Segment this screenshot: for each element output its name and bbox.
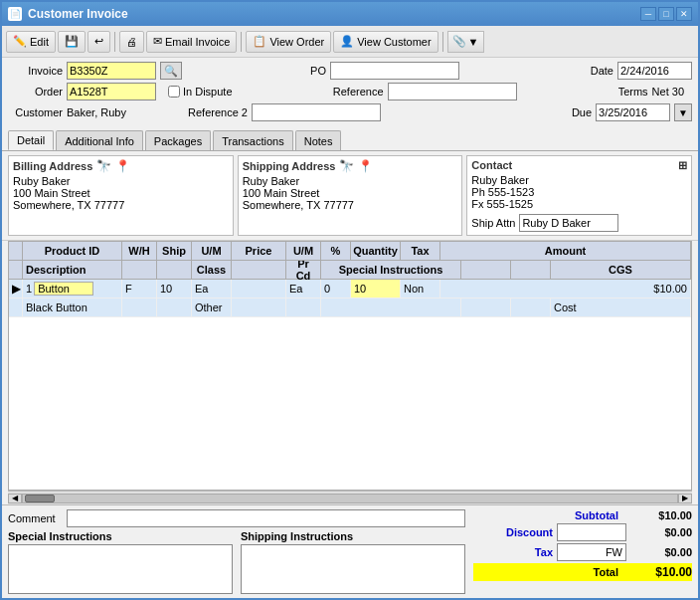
reference-input[interactable] <box>388 83 517 100</box>
row2-arrow <box>9 299 23 316</box>
table-row[interactable]: ▶ 1 Button F 10 Ea Ea 0 10 Non $10.00 <box>9 280 691 299</box>
toolbar-separator3 <box>442 32 443 52</box>
print-icon: 🖨 <box>126 36 137 48</box>
row-wh: F <box>122 280 157 298</box>
ship-attn-input[interactable] <box>519 214 618 232</box>
tab-transactions[interactable]: Transactions <box>213 130 293 150</box>
invoice-input[interactable] <box>67 62 156 80</box>
undo-icon: ↩ <box>94 35 103 48</box>
view-customer-icon: 👤 <box>340 35 354 48</box>
contact-fax: Fx 555-1525 <box>471 198 687 210</box>
tax-code-input[interactable] <box>557 543 626 561</box>
shipping-address-box: Shipping Address 🔭 📍 Ruby Baker 100 Main… <box>238 155 463 236</box>
contact-name: Ruby Baker <box>471 174 687 186</box>
invoice-grid: Product ID W/H Ship U/M Price U/M % Quan… <box>8 241 692 491</box>
bottom-right: Subtotal $10.00 Discount $0.00 Tax $0.00… <box>473 509 692 594</box>
row-num-product: 1 Button <box>23 280 122 298</box>
tab-packages[interactable]: Packages <box>145 130 211 150</box>
special-instructions-label: Special Instructions <box>8 530 233 542</box>
discount-input[interactable] <box>557 523 626 541</box>
subtotal-label: Subtotal <box>539 509 618 521</box>
special-instructions-textarea[interactable] <box>8 544 233 594</box>
row-um1: Ea <box>192 280 232 298</box>
gh2-empty5 <box>511 261 551 279</box>
view-order-button[interactable]: 📋 View Order <box>246 31 331 53</box>
contact-box: Contact ⊞ Ruby Baker Ph 555-1523 Fx 555-… <box>466 155 692 236</box>
row2-special <box>321 299 461 316</box>
reference2-label: Reference 2 <box>188 106 248 118</box>
save-icon: 💾 <box>65 35 79 48</box>
gh2-prcd: Pr Cd <box>286 261 321 279</box>
gh-qty: Quantity <box>351 242 401 260</box>
row-pct: 0 <box>321 280 351 298</box>
tabs-bar: Detail Additional Info Packages Transact… <box>2 128 698 151</box>
date-input[interactable] <box>617 62 692 80</box>
minimize-button[interactable]: ─ <box>640 7 656 21</box>
gh2-arrow <box>9 261 23 279</box>
in-dispute-area: In Dispute <box>168 86 233 98</box>
horizontal-scrollbar-area: ◀ ▶ <box>8 491 692 504</box>
in-dispute-checkbox[interactable] <box>168 86 180 98</box>
order-input[interactable] <box>67 83 156 100</box>
location-icon[interactable]: 📍 <box>115 159 130 173</box>
attach-button[interactable]: 📎 ▼ <box>447 31 484 53</box>
shipping-instructions-label: Shipping Instructions <box>241 530 465 542</box>
binoculars2-icon[interactable]: 🔭 <box>339 159 354 173</box>
edit-icon: ✏️ <box>13 35 27 48</box>
maximize-button[interactable]: □ <box>658 7 674 21</box>
customer-value: Baker, Ruby <box>67 106 156 118</box>
undo-button[interactable]: ↩ <box>88 31 110 53</box>
row-qty: 10 <box>351 280 401 298</box>
scroll-thumb[interactable] <box>25 495 55 502</box>
location2-icon[interactable]: 📍 <box>358 159 373 173</box>
comment-input[interactable] <box>67 509 465 527</box>
reference2-input[interactable] <box>252 103 381 121</box>
gh2-description: Description <box>23 261 122 279</box>
form-area: Invoice 🔍 PO Date Order In Dispute Refer… <box>2 58 698 128</box>
close-button[interactable]: ✕ <box>676 7 692 21</box>
binoculars-icon[interactable]: 🔭 <box>96 159 111 173</box>
edit-button[interactable]: ✏️ Edit <box>6 31 56 53</box>
tab-notes[interactable]: Notes <box>295 130 342 150</box>
shipping-instructions-textarea[interactable] <box>241 544 465 594</box>
row2-empty2 <box>157 299 192 316</box>
window-title: Customer Invoice <box>28 7 128 21</box>
save-button[interactable]: 💾 <box>58 31 86 53</box>
billing-address1: 100 Main Street <box>13 187 229 199</box>
print-button[interactable]: 🖨 <box>119 31 144 53</box>
scroll-left-button[interactable]: ◀ <box>8 494 22 503</box>
form-row-3: Customer Baker, Ruby Reference 2 Due ▼ <box>8 103 692 121</box>
address-section: Billing Address 🔭 📍 Ruby Baker 100 Main … <box>2 151 698 241</box>
form-row-2: Order In Dispute Reference Terms Net 30 <box>8 83 692 100</box>
due-date-picker-button[interactable]: ▼ <box>674 103 692 121</box>
terms-label: Terms <box>613 86 648 98</box>
email-icon: ✉ <box>153 35 162 48</box>
horizontal-scrollbar[interactable] <box>22 494 678 503</box>
due-input[interactable] <box>596 103 670 121</box>
contact-expand-icon[interactable]: ⊞ <box>678 159 687 172</box>
invoice-search-button[interactable]: 🔍 <box>160 62 182 80</box>
po-input[interactable] <box>330 62 459 80</box>
tax-label: Tax <box>473 546 553 558</box>
email-invoice-button[interactable]: ✉ Email Invoice <box>146 31 237 53</box>
total-label: Total <box>539 566 618 578</box>
form-row-1: Invoice 🔍 PO Date <box>8 62 692 80</box>
scroll-right-button[interactable]: ▶ <box>678 494 692 503</box>
gh2-empty4 <box>461 261 511 279</box>
tab-additional-info[interactable]: Additional Info <box>56 130 143 150</box>
subtotal-row: Subtotal $10.00 <box>473 509 692 521</box>
billing-address-title: Billing Address 🔭 📍 <box>13 159 229 173</box>
gh2-special-instructions: Special Instructions <box>321 261 461 279</box>
title-bar: 📄 Customer Invoice ─ □ ✕ <box>2 2 698 26</box>
billing-address-box: Billing Address 🔭 📍 Ruby Baker 100 Main … <box>8 155 234 236</box>
due-label: Due <box>567 106 592 118</box>
date-label: Date <box>584 65 613 77</box>
terms-value: Net 30 <box>652 86 684 98</box>
row-product-id[interactable]: Button <box>34 282 93 296</box>
in-dispute-label: In Dispute <box>183 86 233 98</box>
title-bar-controls: ─ □ ✕ <box>640 7 692 21</box>
invoice-label: Invoice <box>8 65 63 77</box>
row2-cost: Cost <box>551 299 691 316</box>
tab-detail[interactable]: Detail <box>8 130 54 150</box>
view-customer-button[interactable]: 👤 View Customer <box>333 31 438 53</box>
